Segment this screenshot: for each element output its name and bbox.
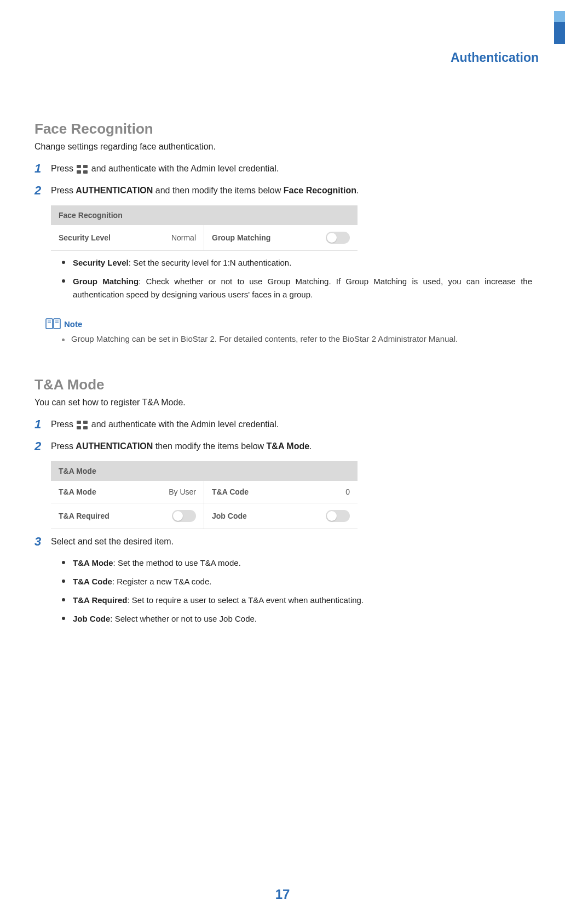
step-1: 1 Press and authenticate with the Admin … (34, 417, 532, 432)
section-description: You can set how to register T&A Mode. (34, 398, 532, 408)
step-text-fragment: then modify the items below (153, 441, 266, 451)
panel-row: Security Level Normal Group Matching (51, 225, 358, 251)
step-number: 2 (34, 439, 51, 454)
step-text-fragment: . (356, 186, 359, 195)
section-description: Change settings regarding face authentic… (34, 142, 532, 152)
step-text-fragment: Press (51, 441, 76, 451)
bullet-text: Job Code: Select whether or not to use J… (73, 612, 532, 625)
note-text: Group Matching can be set in BioStar 2. … (71, 334, 458, 343)
cell-value: Normal (171, 233, 196, 242)
step-text: Press AUTHENTICATION then modify the ite… (51, 439, 532, 451)
ta-mode-cell[interactable]: T&A Mode By User (51, 481, 204, 503)
menu-grid-icon (77, 421, 88, 429)
bullet-bold: T&A Mode (73, 558, 113, 567)
bullet-desc: : Check whether or not to use Group Matc… (73, 277, 532, 299)
bullet-text: Security Level: Set the security level f… (73, 256, 532, 269)
note-header: Note (45, 318, 532, 330)
ta-required-cell[interactable]: T&A Required (51, 503, 204, 529)
bullet-text: T&A Mode: Set the method to use T&A mode… (73, 556, 532, 570)
bullet-item: Security Level: Set the security level f… (62, 256, 532, 269)
bullet-list: Security Level: Set the security level f… (62, 256, 532, 301)
step-2: 2 Press AUTHENTICATION and then modify t… (34, 183, 532, 198)
bullet-dot-icon (62, 617, 65, 620)
cell-value: By User (169, 487, 196, 496)
ta-required-toggle[interactable] (172, 510, 196, 522)
note-book-icon (45, 318, 61, 330)
section-title: T&A Mode (34, 376, 532, 393)
bullet-desc: : Set to require a user to select a T&A … (127, 595, 364, 605)
bullet-desc: : Set the method to use T&A mode. (113, 558, 241, 567)
page-number: 17 (275, 887, 290, 902)
bullet-text: T&A Required: Set to require a user to s… (73, 594, 532, 607)
job-code-toggle[interactable] (326, 510, 350, 522)
step-number: 1 (34, 162, 51, 176)
menu-grid-icon (77, 165, 88, 174)
bullet-bold: T&A Required (73, 595, 127, 605)
bullet-item: Job Code: Select whether or not to use J… (62, 612, 532, 625)
svg-rect-0 (46, 319, 53, 329)
step-text-post: and authenticate with the Admin level cr… (91, 164, 279, 173)
bullet-item: T&A Mode: Set the method to use T&A mode… (62, 556, 532, 570)
note-label: Note (64, 319, 82, 329)
panel-header: T&A Mode (51, 461, 358, 481)
step-number: 3 (34, 535, 51, 549)
step-text-fragment: and then modify the items below (153, 186, 283, 195)
bullet-text: Group Matching: Check whether or not to … (73, 275, 532, 301)
step-2: 2 Press AUTHENTICATION then modify the i… (34, 439, 532, 454)
ta-mode-panel: T&A Mode T&A Mode By User T&A Code 0 T&A… (51, 461, 358, 529)
bullet-bold: Job Code (73, 614, 110, 623)
bullet-item: Group Matching: Check whether or not to … (62, 275, 532, 301)
note-section: Note Group Matching can be set in BioSta… (45, 318, 532, 343)
step-text-fragment: . (309, 441, 312, 451)
chapter-title: Authentication (451, 50, 539, 65)
security-level-cell[interactable]: Security Level Normal (51, 225, 204, 250)
step-text-fragment: Press (51, 186, 76, 195)
face-recognition-panel: Face Recognition Security Level Normal G… (51, 205, 358, 251)
step-1: 1 Press and authenticate with the Admin … (34, 162, 532, 176)
panel-row: T&A Required Job Code (51, 503, 358, 529)
cell-label: T&A Code (212, 487, 249, 496)
section-face-recognition: Face Recognition Change settings regardi… (34, 120, 532, 343)
step-text-bold: AUTHENTICATION (76, 441, 153, 451)
step-text: Press and authenticate with the Admin le… (51, 417, 532, 429)
step-text: Select and set the desired item. (51, 535, 532, 547)
bullet-list: T&A Mode: Set the method to use T&A mode… (62, 556, 532, 625)
step-text-pre: Press (51, 164, 76, 173)
section-title: Face Recognition (34, 120, 532, 137)
panel-row: T&A Mode By User T&A Code 0 (51, 481, 358, 503)
bullet-dot-icon (62, 279, 65, 283)
svg-rect-1 (54, 319, 60, 329)
step-text-post: and authenticate with the Admin level cr… (91, 420, 279, 429)
ta-code-cell[interactable]: T&A Code 0 (204, 481, 358, 503)
cell-label: Job Code (212, 512, 247, 520)
note-bullet: Group Matching can be set in BioStar 2. … (62, 334, 532, 343)
step-text-bold: T&A Mode (267, 441, 310, 451)
section-ta-mode: T&A Mode You can set how to register T&A… (34, 376, 532, 625)
bullet-dot-icon (62, 338, 65, 341)
step-text-bold: AUTHENTICATION (76, 186, 153, 195)
group-matching-toggle[interactable] (326, 232, 350, 244)
bullet-dot-icon (62, 261, 65, 264)
step-text: Press AUTHENTICATION and then modify the… (51, 183, 532, 196)
bullet-item: T&A Required: Set to require a user to s… (62, 594, 532, 607)
cell-label: Security Level (59, 233, 111, 242)
panel-header: Face Recognition (51, 205, 358, 225)
step-text-pre: Press (51, 420, 76, 429)
bullet-dot-icon (62, 598, 65, 601)
step-number: 1 (34, 417, 51, 432)
bullet-desc: : Register a new T&A code. (112, 577, 212, 586)
group-matching-cell[interactable]: Group Matching (204, 225, 358, 250)
job-code-cell[interactable]: Job Code (204, 503, 358, 529)
bullet-bold: T&A Code (73, 577, 112, 586)
bullet-dot-icon (62, 579, 65, 583)
bullet-bold: Security Level (73, 258, 129, 267)
chapter-tab-accent (554, 22, 565, 44)
bullet-desc: : Set the security level for 1:N authent… (129, 258, 292, 267)
bullet-desc: : Select whether or not to use Job Code. (110, 614, 257, 623)
step-text-bold: Face Recognition (284, 186, 356, 195)
bullet-item: T&A Code: Register a new T&A code. (62, 575, 532, 588)
cell-label: T&A Required (59, 512, 109, 520)
step-text: Press and authenticate with the Admin le… (51, 162, 532, 174)
cell-value: 0 (345, 487, 350, 496)
cell-label: Group Matching (212, 233, 270, 242)
